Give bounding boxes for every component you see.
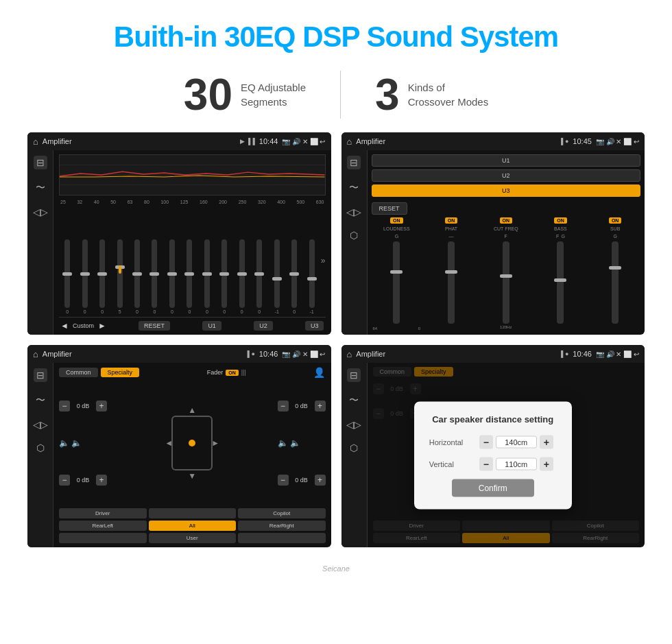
eq-u3-btn[interactable]: U3 (305, 321, 324, 331)
eq-nav: ◄ Custom ► (60, 321, 106, 331)
eq-slider-9: 0 (199, 239, 215, 314)
phat-on[interactable]: ON (445, 217, 458, 224)
amp-u1-btn[interactable]: U1 (372, 154, 641, 167)
horizontal-plus[interactable]: + (540, 435, 553, 449)
eq-expand-icon[interactable]: » (321, 256, 326, 265)
fader-main: Common Specialty Fader ON ||| 👤 (53, 363, 331, 547)
home-icon-2[interactable]: ⌂ (347, 136, 352, 147)
fader-left1-plus[interactable]: + (96, 401, 107, 412)
bass-on[interactable]: ON (554, 217, 567, 224)
dist-icon-eq[interactable]: ⊟ (347, 368, 361, 382)
fader-right1-minus[interactable]: − (278, 401, 289, 412)
fader-left: − 0 dB + 🔈 🔈 − 0 dB + (59, 381, 107, 505)
amp-icon-eq[interactable]: ⊟ (347, 156, 361, 169)
amp-u3-btn[interactable]: U3 (372, 184, 641, 197)
home-icon-3[interactable]: ⌂ (33, 349, 38, 359)
sub-on[interactable]: ON (609, 217, 622, 224)
fader-left2-minus[interactable]: − (59, 475, 70, 486)
vertical-plus[interactable]: + (540, 457, 553, 470)
cutfreq-slider[interactable] (503, 241, 509, 324)
fader-bottom-btns: Driver Copilot RearLeft All RearRight Us… (59, 508, 326, 543)
amp-u2-btn[interactable]: U2 (372, 169, 641, 182)
screen-amp: ⌂ Amplifier ▐ ● 10:45 📷 🔊 ✕ ⬜ ↩ ⊟ 〜 ◁▷ ⬡… (341, 132, 645, 335)
fader-rearleft-btn[interactable]: RearLeft (59, 521, 147, 531)
eq-u1-btn[interactable]: U1 (202, 321, 221, 331)
eq-slider-1: 0 (59, 239, 75, 314)
eq-graph (59, 154, 326, 195)
fader-ctrl-right2: − 0 dB + (278, 475, 326, 486)
speaker-icon-right2: 🔈 (290, 438, 300, 448)
fader-right1-plus[interactable]: + (315, 401, 326, 412)
fader-empty2-btn (59, 533, 147, 543)
screen1-time: 10:44 (259, 137, 278, 145)
home-icon-4[interactable]: ⌂ (347, 349, 352, 359)
eq-slider-3: 0 (94, 239, 110, 314)
fader-sidebar: ⊟ 〜 ◁▷ ⬡ (27, 363, 53, 547)
eq-prev-btn[interactable]: ◄ (60, 321, 69, 331)
screen3-title: Amplifier (43, 350, 241, 358)
speaker-icon-left2: 🔈 (71, 438, 82, 448)
fader-content: − 0 dB + 🔈 🔈 − 0 dB + (59, 381, 326, 505)
screen4-top-icons: 📷 🔊 ✕ ⬜ ↩ (596, 350, 639, 358)
fader-right2-minus[interactable]: − (278, 475, 289, 486)
screen2-time: 10:45 (573, 137, 592, 145)
vertical-minus[interactable]: − (479, 457, 493, 470)
eq-icon-vol[interactable]: ◁▷ (33, 206, 48, 217)
screen3-rec-icons: ▐ ● (245, 350, 255, 357)
amp-icon-vol[interactable]: ◁▷ (346, 206, 361, 217)
fader-common-tab[interactable]: Common (59, 368, 98, 377)
fader-user-btn[interactable]: User (149, 533, 237, 543)
eq-icon-wave[interactable]: 〜 (36, 182, 45, 194)
screen4-time: 10:46 (573, 350, 592, 358)
home-icon[interactable]: ⌂ (33, 136, 38, 147)
fader-icon-vol[interactable]: ◁▷ (33, 419, 48, 430)
eq-slider-10: 0 (216, 239, 232, 314)
dist-icon-wave[interactable]: 〜 (349, 394, 359, 407)
bass-slider[interactable] (557, 241, 564, 324)
fader-icon-wave[interactable]: 〜 (36, 394, 45, 407)
eq-u2-btn[interactable]: U2 (254, 321, 273, 331)
screen2-rec-icons: ▐ ● (559, 138, 568, 145)
fader-on-badge[interactable]: ON (226, 370, 239, 376)
horizontal-minus[interactable]: − (479, 435, 493, 449)
eq-reset-btn[interactable]: RESET (139, 321, 170, 331)
dist-icon-vol[interactable]: ◁▷ (346, 419, 361, 430)
eq-next-btn[interactable]: ► (98, 321, 106, 331)
fader-left1-minus[interactable]: − (59, 401, 70, 412)
screen4-topbar: ⌂ Amplifier ▐ ● 10:46 📷 🔊 ✕ ⬜ ↩ (341, 345, 645, 363)
stats-row: 30 EQ Adjustable Segments 3 Kinds of Cro… (0, 64, 672, 132)
fader-icon-eq[interactable]: ⊟ (34, 368, 47, 382)
fader-copilot-btn[interactable]: Copilot (238, 508, 326, 518)
fader-left2-plus[interactable]: + (96, 475, 107, 486)
fader-icon-bt[interactable]: ⬡ (36, 442, 45, 453)
sub-slider[interactable] (612, 241, 619, 324)
screenshots-grid: ⌂ Amplifier ▶ ▐▐ 10:44 📷 🔊 ✕ ⬜ ↩ ⊟ 〜 ◁▷ (0, 132, 672, 561)
loudness-on[interactable]: ON (390, 217, 403, 224)
cutfreq-on[interactable]: ON (500, 217, 513, 224)
screen-dist: ⌂ Amplifier ▐ ● 10:46 📷 🔊 ✕ ⬜ ↩ ⊟ 〜 ◁▷ ⬡… (341, 345, 645, 547)
phat-slider[interactable] (448, 241, 455, 324)
amp-icon-wave[interactable]: 〜 (349, 182, 359, 194)
stat-eq-number: 30 (184, 73, 232, 117)
arrow-down: ▼ (188, 471, 196, 481)
eq-icon-eq[interactable]: ⊟ (34, 156, 47, 169)
fader-driver-btn[interactable]: Driver (59, 508, 147, 518)
fader-all-btn[interactable]: All (149, 521, 237, 531)
eq-slider-6: 0 (146, 239, 163, 314)
eq-sidebar: ⊟ 〜 ◁▷ (27, 150, 53, 335)
amp-channels: ON LOUDNESS G 64 0 (372, 217, 641, 331)
fader-diagram: ▲ ▼ ◄ ► (111, 381, 274, 505)
fader-right2-plus[interactable]: + (315, 475, 326, 486)
fader-rearright-btn[interactable]: RearRight (238, 521, 326, 531)
confirm-button[interactable]: Confirm (452, 479, 534, 497)
eq-sliders: 0 0 0 5 0 (59, 207, 326, 314)
amp-icon-bt[interactable]: ⬡ (350, 230, 358, 241)
amp-reset-btn[interactable]: RESET (372, 202, 407, 215)
dist-icon-bt[interactable]: ⬡ (350, 442, 358, 453)
fader-specialty-tab[interactable]: Specialty (101, 368, 140, 377)
speaker-icon-right1: 🔈 (278, 438, 288, 448)
fader-right-icons: 🔈 🔈 (278, 438, 326, 448)
amp-channel-bass: ON BASS F G (536, 217, 586, 331)
loudness-slider[interactable] (393, 241, 400, 324)
car-outline (171, 416, 213, 470)
